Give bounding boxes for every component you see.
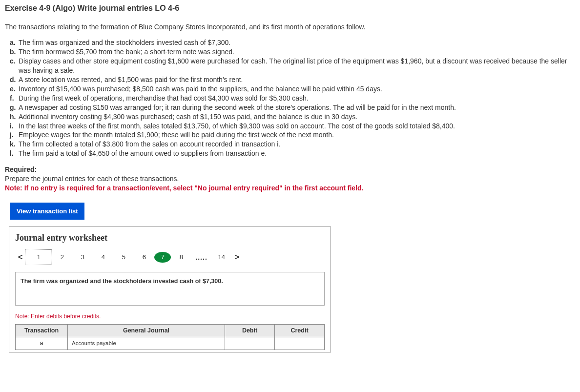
list-text: Additional inventory costing $4,300 was … (19, 113, 357, 121)
page-title: Exercise 4-9 (Algo) Write journal entrie… (5, 3, 575, 14)
list-text: A store location was rented, and $1,500 … (19, 76, 243, 83)
list-marker: f. (10, 94, 14, 103)
list-text: During the first week of operations, mer… (19, 94, 309, 102)
pager-num-5[interactable]: 5 (113, 251, 134, 264)
list-item: l.The firm paid a total of $4,650 of the… (10, 149, 575, 158)
list-marker: d. (10, 75, 16, 84)
list-item: c.Display cases and other store equipmen… (10, 57, 575, 75)
list-item: j.Employee wages for the month totaled $… (10, 130, 575, 140)
list-text: Employee wages for the month totaled $1,… (19, 131, 334, 139)
list-marker: l. (10, 149, 14, 158)
col-transaction: Transaction (16, 325, 68, 337)
list-text: A newspaper ad costing $150 was arranged… (19, 103, 456, 111)
cell-account-select[interactable]: Accounts payable (68, 337, 225, 350)
required-block: Required: Prepare the journal entries fo… (5, 165, 575, 193)
list-item: k.The firm collected a total of $3,800 f… (10, 140, 575, 149)
list-marker: i. (10, 122, 14, 131)
pager-num-1[interactable]: 1 (25, 249, 52, 265)
journal-worksheet: Journal entry worksheet < 1 2 3 4 5 6 7 … (9, 227, 331, 352)
list-text: In the last three weeks of the first mon… (19, 122, 455, 130)
list-marker: a. (10, 38, 16, 47)
pager-num-4[interactable]: 4 (93, 251, 113, 264)
list-item: a.The firm was organized and the stockho… (10, 38, 575, 47)
list-item: d.A store location was rented, and $1,50… (10, 75, 575, 84)
required-label: Required: (5, 165, 575, 174)
pager-next-icon[interactable]: > (232, 252, 242, 263)
list-text: The firm collected a total of $3,800 fro… (19, 140, 280, 148)
view-transaction-list-button[interactable]: View transaction list (10, 203, 84, 220)
col-general-journal: General Journal (68, 325, 225, 337)
list-text: Display cases and other store equipment … (19, 57, 567, 74)
list-item: f.During the first week of operations, m… (10, 94, 575, 103)
list-item: e.Inventory of $15,400 was purchased; $8… (10, 84, 575, 94)
transaction-prompt: The firm was organized and the stockhold… (15, 272, 325, 306)
pager-num-3[interactable]: 3 (72, 251, 93, 264)
list-text: The firm borrowed $5,700 from the bank; … (19, 48, 234, 56)
pager-num-14[interactable]: 14 (211, 251, 232, 264)
pager-num-7[interactable]: 7 (154, 252, 171, 263)
pager-num-2[interactable]: 2 (52, 251, 72, 264)
list-marker: k. (10, 140, 16, 149)
journal-table: Transaction General Journal Debit Credit… (15, 324, 325, 350)
list-item: h.Additional inventory costing $4,300 wa… (10, 112, 575, 122)
list-item: i.In the last three weeks of the first m… (10, 122, 575, 131)
list-marker: e. (10, 84, 16, 94)
pager-num-6[interactable]: 6 (134, 251, 154, 264)
col-credit: Credit (275, 325, 325, 337)
cell-transaction: a (16, 337, 68, 350)
cell-debit[interactable] (225, 337, 275, 350)
pager-ellipsis: ..... (191, 253, 211, 262)
pager-prev-icon[interactable]: < (15, 252, 25, 263)
list-marker: c. (10, 57, 16, 66)
list-marker: j. (10, 130, 14, 140)
list-text: Inventory of $15,400 was purchased; $8,5… (19, 85, 382, 93)
pager-num-8[interactable]: 8 (171, 251, 191, 264)
transaction-list: a.The firm was organized and the stockho… (5, 38, 575, 158)
list-text: The firm was organized and the stockhold… (19, 39, 230, 46)
worksheet-title: Journal entry worksheet (15, 232, 325, 244)
table-row: a Accounts payable (16, 337, 325, 350)
col-debit: Debit (225, 325, 275, 337)
list-item: g.A newspaper ad costing $150 was arrang… (10, 103, 575, 112)
required-text: Prepare the journal entries for each of … (5, 174, 575, 184)
list-text: The firm paid a total of $4,650 of the a… (19, 149, 267, 157)
intro-text: The transactions relating to the formati… (5, 22, 575, 32)
list-marker: h. (10, 112, 16, 122)
cell-credit[interactable] (275, 337, 325, 350)
list-item: b.The firm borrowed $5,700 from the bank… (10, 47, 575, 57)
note-red: Note: If no entry is required for a tran… (5, 184, 575, 193)
note-debits-before-credits: Note: Enter debits before credits. (15, 312, 325, 320)
pager: < 1 2 3 4 5 6 7 8 ..... 14 > (15, 249, 325, 265)
list-marker: b. (10, 47, 16, 57)
list-marker: g. (10, 103, 16, 112)
